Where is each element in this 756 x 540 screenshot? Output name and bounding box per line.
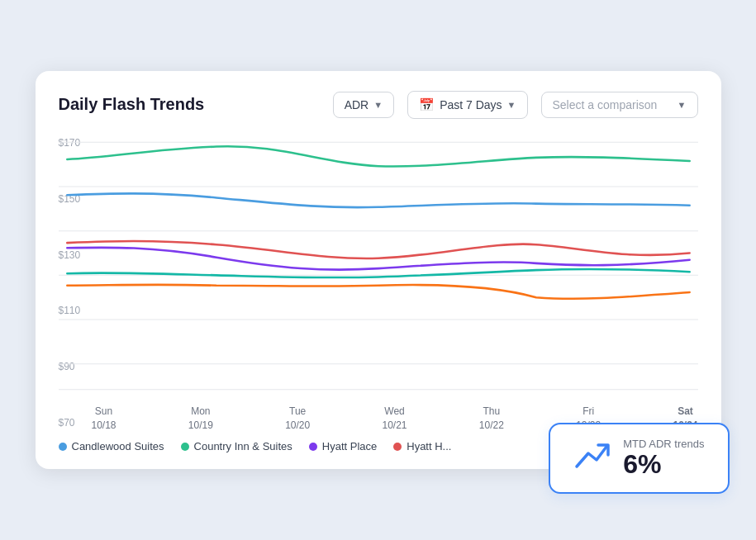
mtd-label: MTD ADR trends bbox=[623, 438, 704, 450]
x-label-mon: Mon 10/19 bbox=[188, 405, 213, 433]
x-day-sun: Sun bbox=[92, 405, 116, 419]
x-label-tue: Tue 10/20 bbox=[285, 405, 310, 433]
main-card: Daily Flash Trends ADR ▼ 📅 Past 7 Days ▼… bbox=[36, 71, 721, 470]
chart-area bbox=[59, 134, 698, 398]
x-day-thu: Thu bbox=[479, 405, 504, 419]
daterange-chevron-icon: ▼ bbox=[507, 100, 516, 110]
x-day-wed: Wed bbox=[382, 405, 407, 419]
x-date-sun: 10/18 bbox=[92, 419, 116, 433]
x-label-thu: Thu 10/22 bbox=[479, 405, 504, 433]
x-date-mon: 10/19 bbox=[188, 419, 213, 433]
legend-dot-hyatt-place bbox=[309, 443, 317, 451]
adr-chevron-icon: ▼ bbox=[373, 100, 383, 110]
legend-dot-hyatt-h bbox=[393, 443, 402, 451]
legend-label-country-inn: Country Inn & Suites bbox=[194, 440, 292, 452]
trend-arrow-icon bbox=[573, 440, 610, 476]
x-date-tue: 10/20 bbox=[285, 419, 310, 433]
mtd-value: 6% bbox=[623, 450, 704, 479]
chart-svg bbox=[59, 134, 698, 398]
x-label-wed: Wed 10/21 bbox=[382, 405, 407, 433]
comparison-placeholder: Select a comparison bbox=[553, 98, 658, 111]
daterange-dropdown[interactable]: 📅 Past 7 Days ▼ bbox=[407, 91, 527, 119]
mtd-card: MTD ADR trends 6% bbox=[549, 423, 729, 494]
legend-country-inn: Country Inn & Suites bbox=[181, 440, 292, 452]
legend-dot-country-inn bbox=[181, 443, 189, 451]
legend-candlewood: Candlewood Suites bbox=[59, 440, 164, 452]
legend-label-hyatt-h: Hyatt H... bbox=[407, 440, 451, 452]
calendar-icon: 📅 bbox=[419, 97, 435, 112]
chart-content: Sun 10/18 Mon 10/19 Tue 10/20 Wed 10/21 … bbox=[59, 134, 698, 433]
comparison-dropdown[interactable]: Select a comparison ▼ bbox=[541, 92, 698, 118]
legend-dot-candlewood bbox=[59, 443, 67, 451]
x-day-mon: Mon bbox=[188, 405, 213, 419]
card-title: Daily Flash Trends bbox=[59, 95, 320, 114]
x-day-tue: Tue bbox=[285, 405, 310, 419]
card-header: Daily Flash Trends ADR ▼ 📅 Past 7 Days ▼… bbox=[59, 91, 698, 119]
legend-hyatt-h: Hyatt H... bbox=[393, 440, 451, 452]
chart-wrapper: $170 $150 $130 $110 $90 $70 bbox=[59, 134, 698, 433]
x-date-wed: 10/21 bbox=[382, 419, 407, 433]
x-day-sat: Sat bbox=[673, 405, 697, 419]
legend-label-hyatt-place: Hyatt Place bbox=[322, 440, 377, 452]
x-day-fri: Fri bbox=[576, 405, 601, 419]
legend-hyatt-place: Hyatt Place bbox=[309, 440, 377, 452]
mtd-text-group: MTD ADR trends 6% bbox=[623, 438, 704, 479]
legend-label-candlewood: Candlewood Suites bbox=[72, 440, 164, 452]
adr-dropdown[interactable]: ADR ▼ bbox=[333, 92, 394, 118]
x-date-thu: 10/22 bbox=[479, 419, 504, 433]
adr-label: ADR bbox=[345, 98, 369, 111]
comparison-chevron-icon: ▼ bbox=[678, 100, 687, 110]
daterange-label: Past 7 Days bbox=[440, 98, 502, 111]
x-label-sun: Sun 10/18 bbox=[92, 405, 116, 433]
